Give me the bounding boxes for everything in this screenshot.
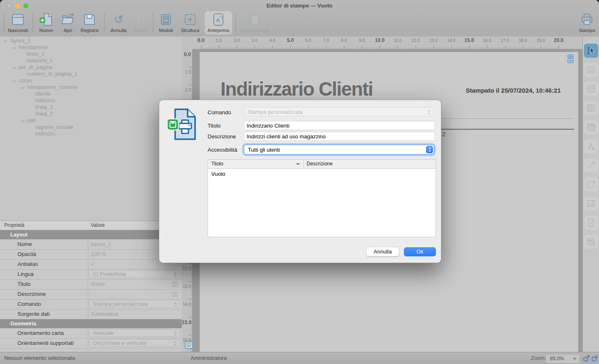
prop-row-opacita[interactable]: Opacità100 % bbox=[0, 249, 182, 260]
band-header-tool[interactable] bbox=[584, 63, 598, 77]
table-header: Titolo Descrizione bbox=[208, 160, 436, 169]
band-body-tool[interactable] bbox=[584, 82, 598, 96]
add-text-tool[interactable] bbox=[584, 139, 598, 153]
section-layout[interactable]: Layout bbox=[0, 230, 182, 239]
ok-button[interactable]: Ok bbox=[404, 247, 436, 256]
prop-row-titolo[interactable]: TitoloVuoto bbox=[0, 279, 182, 290]
code-field-icon: </> bbox=[567, 54, 574, 64]
popup-arrows-button[interactable] bbox=[426, 146, 433, 153]
prop-row-comando[interactable]: Comando Stampa personalizzata bbox=[0, 299, 182, 310]
tree-item-linea-2[interactable]: linea_2 bbox=[0, 111, 182, 117]
prop-row-orientamento-carta[interactable]: Orientamento carta Verticale bbox=[0, 328, 182, 339]
properties-panel: Proprietà Valore Layout Nomelayout_1 Opa… bbox=[0, 221, 182, 352]
left-panel: layout_1 intestazione testo_1 data/ora_1… bbox=[0, 37, 182, 352]
table-row-vuoto[interactable]: Vuoto bbox=[211, 171, 225, 177]
prop-row-nome[interactable]: Nomelayout_1 bbox=[0, 239, 182, 250]
save-button[interactable]: Registra bbox=[76, 11, 103, 34]
band-page-icon[interactable] bbox=[185, 341, 193, 349]
toolbar: Editor di stampe — Vuoto Nascondi Nuovo … bbox=[0, 0, 599, 37]
tree-item-indirizzo[interactable]: indirizzo bbox=[0, 97, 182, 104]
tree-item-ragione-sociale[interactable]: ragione_sociale bbox=[0, 124, 182, 130]
prop-row-descrizione[interactable]: Descrizione bbox=[0, 289, 182, 300]
undo-icon: ↺ bbox=[114, 13, 124, 26]
accessibilita-label: Accessibilità bbox=[208, 147, 238, 153]
chevron-down-icon[interactable] bbox=[12, 65, 16, 69]
tree-item-indirizzo-2[interactable]: indirizzo bbox=[0, 130, 182, 137]
titolo-label: Titolo bbox=[208, 123, 220, 129]
table-col-divider[interactable] bbox=[303, 160, 304, 168]
show-fields-icon bbox=[237, 11, 273, 28]
partial-text: 2 bbox=[442, 131, 446, 138]
checkmark-icon[interactable]: ✓ bbox=[91, 259, 169, 269]
comando-popup[interactable]: Stampa personalizzata bbox=[89, 300, 180, 308]
prop-row-lingua[interactable]: Lingua Predefinita bbox=[0, 269, 182, 280]
sort-chevron-icon[interactable] bbox=[296, 162, 300, 165]
hide-button[interactable]: Nascondi bbox=[4, 11, 32, 34]
prop-row-antialias[interactable]: Antialias✓ bbox=[0, 259, 182, 270]
redo-button: ↻ Ripeti bbox=[127, 11, 154, 34]
table-col-titolo[interactable]: Titolo bbox=[211, 161, 223, 167]
popup-arrows-icon bbox=[174, 272, 177, 277]
chevron-down-icon[interactable] bbox=[21, 118, 24, 122]
tree-item-numero-di-pagina-1[interactable]: numero_di_pagina_1 bbox=[0, 71, 182, 77]
annulla-button[interactable]: Annulla bbox=[366, 247, 399, 256]
modules-icon bbox=[152, 11, 180, 28]
tree-item-layout-1[interactable]: layout_1 bbox=[0, 37, 182, 44]
select-tool[interactable] bbox=[584, 44, 598, 58]
prop-row-sorgente-dati[interactable]: Sorgente datiAutomatica bbox=[0, 309, 182, 320]
tree-item-corpo[interactable]: corpo bbox=[0, 77, 182, 84]
user-name: Amministratore bbox=[191, 355, 227, 361]
print-button[interactable]: Stampa bbox=[573, 11, 599, 34]
properties-header: Proprietà Valore bbox=[0, 221, 182, 230]
tree-item-data-ora-1[interactable]: data/ora_1 bbox=[0, 57, 182, 64]
tree-item-cliente[interactable]: cliente bbox=[0, 91, 182, 97]
right-toolbar: <> # bbox=[582, 37, 599, 352]
zoom-fit-out-icon[interactable] bbox=[583, 354, 590, 362]
table-col-descrizione[interactable]: Descrizione bbox=[307, 160, 333, 168]
tree-item-testo-1[interactable]: testo_1 bbox=[0, 51, 182, 57]
window-icon bbox=[4, 11, 32, 28]
tree-item-pie-di-pagina[interactable]: pié_di_pagina bbox=[0, 64, 182, 71]
descrizione-input[interactable] bbox=[244, 132, 435, 141]
prop-row-orientamenti-supportati[interactable]: Orientamenti supportati Orizzontale e ve… bbox=[0, 338, 182, 349]
orientamento-popup[interactable]: Verticale bbox=[89, 329, 180, 337]
print-settings-dialog: Comando Stampa personalizzata Titolo Des… bbox=[159, 100, 441, 263]
status-bar: Nessun elemento selezionato Amministrato… bbox=[0, 352, 599, 364]
chevron-down-icon[interactable] bbox=[12, 45, 16, 49]
svg-text:<>: <> bbox=[590, 125, 592, 127]
chevron-down-icon[interactable] bbox=[21, 85, 24, 89]
zoom-fit-in-icon[interactable] bbox=[592, 354, 599, 362]
chevron-down-icon[interactable] bbox=[12, 79, 16, 82]
popup-arrows-icon bbox=[427, 110, 431, 115]
localization-book-icon[interactable] bbox=[172, 292, 178, 297]
tree-item-dati[interactable]: dati bbox=[0, 117, 182, 124]
modules-button[interactable]: Moduli bbox=[152, 11, 180, 34]
add-line-tool[interactable] bbox=[584, 158, 598, 172]
layouts-table: Titolo Descrizione Vuoto bbox=[208, 159, 436, 237]
zoom-select[interactable]: 85.0% bbox=[545, 354, 580, 364]
tree-item-intestazione-colonne[interactable]: intestazione_colonne bbox=[0, 84, 182, 91]
layout-tree: layout_1 intestazione testo_1 data/ora_1… bbox=[0, 37, 182, 221]
tree-item-linea-1[interactable]: linea_1 bbox=[0, 104, 182, 111]
popup-arrows-icon bbox=[174, 302, 177, 307]
redo-icon: ↻ bbox=[136, 13, 146, 26]
titolo-input[interactable] bbox=[244, 121, 435, 130]
date-time-tool[interactable] bbox=[584, 235, 598, 249]
accessibilita-popup[interactable]: Tutti gli utenti bbox=[244, 145, 434, 155]
structure-button[interactable]: Struttura bbox=[176, 11, 204, 34]
chevron-down-icon[interactable] bbox=[4, 39, 7, 42]
lingua-popup[interactable]: Predefinita bbox=[89, 270, 180, 278]
band-footer-tool[interactable] bbox=[584, 101, 598, 115]
band-code-tool[interactable]: <> bbox=[584, 120, 598, 134]
section-geometria[interactable]: Geometria bbox=[0, 319, 182, 328]
descrizione-label: Descrizione bbox=[208, 133, 236, 140]
comando-label: Comando bbox=[208, 109, 231, 116]
page-number-tool[interactable]: # bbox=[584, 216, 598, 230]
tree-item-intestazione[interactable]: intestazione bbox=[0, 44, 182, 51]
add-rect-tool[interactable] bbox=[584, 177, 598, 192]
localization-book-icon[interactable] bbox=[172, 282, 178, 287]
orientamenti-popup[interactable]: Orizzontale e verticale bbox=[89, 339, 180, 347]
preview-button[interactable]: A Anteprima bbox=[205, 11, 232, 34]
svg-text:#: # bbox=[590, 221, 592, 225]
image-tool[interactable] bbox=[584, 197, 598, 211]
